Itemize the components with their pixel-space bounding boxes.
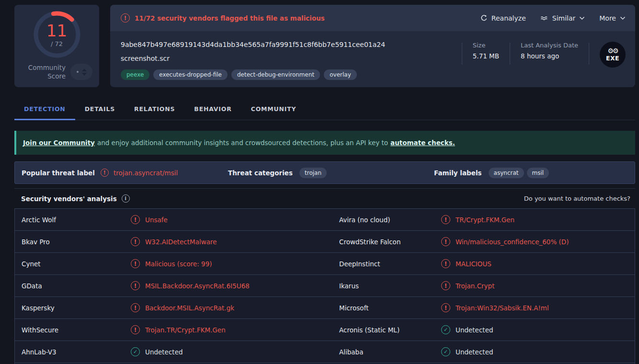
vendor-name: CrowdStrike Falcon — [332, 238, 441, 246]
tag-overlay[interactable]: overlay — [324, 69, 357, 80]
table-row: AhnLab-V3 Undetected Alibaba Undetected — [15, 341, 635, 363]
table-row: Arctic Wolf Unsafe Avira (no cloud) TR/C… — [15, 209, 635, 231]
automate-checks-prompt[interactable]: Do you want to automate checks? — [524, 195, 630, 202]
vendor-result: Unsafe — [131, 215, 332, 224]
vendor-name: Arctic Wolf — [15, 216, 131, 224]
vendor-result: Malicious (score: 99) — [131, 259, 332, 268]
family-label-pill[interactable]: asyncrat — [489, 168, 524, 178]
tag-executes-dropped-file[interactable]: executes-dropped-file — [153, 69, 228, 80]
exclamation-icon[interactable] — [131, 325, 140, 334]
score-value: 11 — [32, 22, 82, 40]
file-meta: Size 5.71 MB Last Analysis Date 8 hours … — [462, 38, 626, 87]
threat-summary-row: Popular threat label trojan.asyncrat/msi… — [14, 161, 635, 184]
vendor-result: Undetected — [441, 347, 635, 356]
vendor-name: Bkav Pro — [15, 238, 131, 246]
chevron-down-icon — [620, 16, 626, 20]
community-score-label: Community Score — [28, 63, 66, 80]
detection-score-card: 11 / 72 Community Score — [14, 5, 99, 87]
exclamation-icon[interactable] — [131, 215, 140, 224]
vendor-name: Alibaba — [332, 348, 441, 356]
exclamation-icon[interactable] — [131, 259, 140, 268]
gear-icon: ⚙⚙ — [607, 47, 617, 54]
popular-threat-value[interactable]: trojan.asyncrat/msil — [101, 169, 178, 177]
family-label-pill[interactable]: msil — [527, 168, 549, 178]
tab-details[interactable]: DETAILS — [75, 98, 125, 120]
vendors-header: Security vendors' analysis Do you want t… — [14, 188, 635, 208]
last-analysis-date-label: Last Analysis Date — [521, 42, 578, 49]
header-area: 11 / 72 Community Score — [14, 5, 635, 87]
size-label: Size — [473, 42, 499, 49]
vendor-name: Ikarus — [332, 282, 441, 290]
vendor-result: Win/malicious_confidence_60% (D) — [441, 237, 635, 246]
vendor-name: Microsoft — [332, 304, 441, 312]
vote-down-icon[interactable] — [82, 73, 87, 76]
family-labels-label: Family labels — [434, 169, 482, 177]
chevron-down-icon — [579, 16, 585, 20]
exclamation-icon[interactable] — [441, 259, 450, 268]
vendor-name: GData — [15, 282, 131, 290]
detection-score-gauge: 11 / 72 — [32, 10, 82, 59]
automate-checks-link[interactable]: automate checks. — [390, 139, 455, 147]
exclamation-icon[interactable] — [441, 303, 450, 312]
exclamation-icon[interactable] — [441, 237, 450, 246]
similar-icon — [540, 15, 548, 22]
divider — [589, 43, 589, 65]
vendor-result: MALICIOUS — [441, 259, 635, 268]
vendor-result: Trojan:Win32/Sabsik.EN.A!ml — [441, 303, 635, 312]
check-icon[interactable] — [441, 325, 450, 334]
vendors-title: Security vendors' analysis — [21, 195, 117, 203]
more-button[interactable]: More — [599, 14, 626, 22]
reanalyze-button[interactable]: Reanalyze — [480, 14, 526, 22]
community-banner: Join our Community and enjoy additional … — [14, 131, 635, 155]
tab-relations[interactable]: RELATIONS — [125, 98, 184, 120]
vendor-result: W32.AIDetectMalware — [131, 237, 332, 246]
exclamation-icon[interactable] — [131, 281, 140, 290]
vote-dot-icon — [77, 71, 79, 73]
exclamation-icon[interactable] — [131, 237, 140, 246]
tab-community[interactable]: COMMUNITY — [241, 98, 306, 120]
table-row: Bkav Pro W32.AIDetectMalware CrowdStrike… — [15, 231, 635, 253]
table-row: Kaspersky Backdoor.MSIL.AsyncRat.gk Micr… — [15, 297, 635, 319]
tab-bar: DETECTION DETAILS RELATIONS BEHAVIOR COM… — [14, 98, 635, 120]
alert-icon — [121, 13, 130, 23]
tab-detection[interactable]: DETECTION — [14, 98, 75, 120]
threat-category-pill[interactable]: trojan — [299, 168, 327, 178]
join-community-link[interactable]: Join our Community — [23, 139, 95, 147]
vendors-table: Arctic Wolf Unsafe Avira (no cloud) TR/C… — [14, 208, 635, 364]
file-type-exe-icon: ⚙⚙ EXE — [600, 42, 626, 68]
refresh-icon — [480, 14, 488, 22]
vendor-result: Undetected — [131, 347, 332, 356]
alert-strip: 11/72 security vendors flagged this file… — [110, 5, 635, 31]
community-vote-control[interactable] — [70, 64, 92, 80]
vendor-name: Cynet — [15, 260, 131, 268]
check-icon[interactable] — [131, 347, 140, 356]
alert-icon — [101, 169, 109, 177]
exclamation-icon[interactable] — [441, 215, 450, 224]
vendor-name: Avira (no cloud) — [332, 216, 441, 224]
tab-behavior[interactable]: BEHAVIOR — [184, 98, 241, 120]
size-value: 5.71 MB — [473, 52, 499, 60]
tag-detect-debug-environment[interactable]: detect-debug-environment — [231, 69, 320, 80]
vote-up-icon[interactable] — [82, 68, 87, 71]
file-hash[interactable]: 9abe847b497e68919143d4da1bb34e565a7fa999… — [121, 41, 462, 48]
score-denominator: / 72 — [32, 40, 82, 47]
info-icon[interactable] — [122, 194, 130, 203]
vendor-name: Acronis (Static ML) — [332, 326, 441, 334]
vendor-result: Backdoor.MSIL.AsyncRat.gk — [131, 303, 332, 312]
file-tags: peexe executes-dropped-file detect-debug… — [121, 69, 462, 80]
similar-button[interactable]: Similar — [540, 14, 585, 22]
vendor-name: Kaspersky — [15, 304, 131, 312]
virustotal-detection-page: 11 / 72 Community Score — [0, 0, 639, 364]
vendor-name: DeepInstinct — [332, 260, 441, 268]
table-row: Cynet Malicious (score: 99) DeepInstinct… — [15, 253, 635, 275]
check-icon[interactable] — [441, 347, 450, 356]
popular-threat-label: Popular threat label — [22, 169, 95, 177]
vendor-result: MSIL.Backdoor.AsyncRat.6I5U68 — [131, 281, 332, 290]
threat-categories-label: Threat categories — [228, 169, 293, 177]
last-analysis-date-value: 8 hours ago — [521, 52, 578, 60]
file-name: screenshot.scr — [121, 55, 462, 62]
exclamation-icon[interactable] — [131, 303, 140, 312]
vendor-result: Trojan.TR/Crypt.FKM.Gen — [131, 325, 332, 334]
exclamation-icon[interactable] — [441, 281, 450, 290]
tag-peexe[interactable]: peexe — [121, 69, 149, 80]
